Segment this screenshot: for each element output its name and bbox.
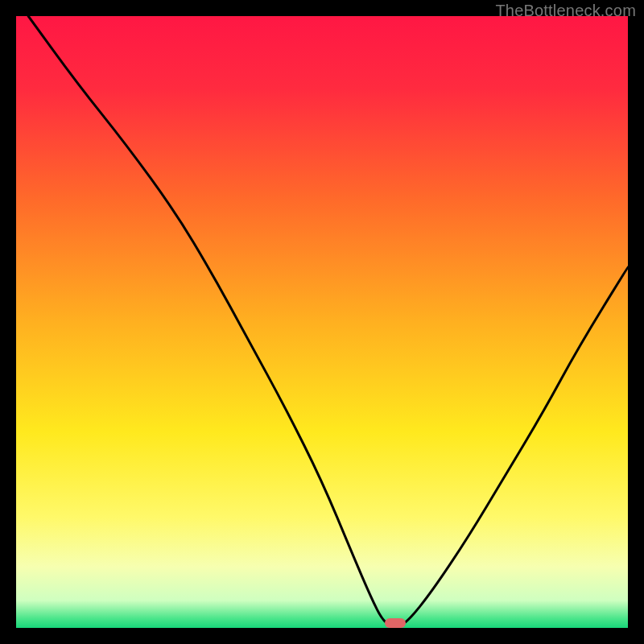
- optimal-marker: [385, 618, 406, 628]
- chart-frame: TheBottleneck.com: [0, 0, 644, 644]
- plot-area: [16, 16, 628, 628]
- bottleneck-curve: [16, 16, 628, 628]
